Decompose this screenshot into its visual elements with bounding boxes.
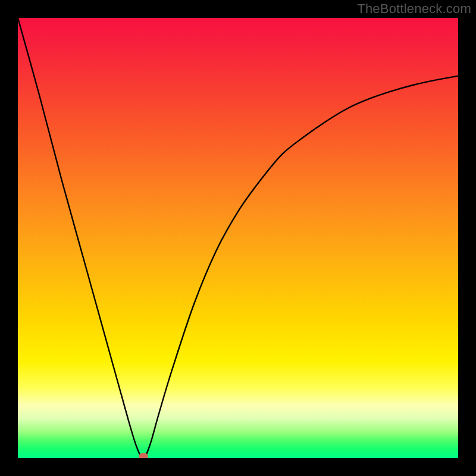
bottleneck-curve (18, 18, 458, 458)
plot-area (18, 18, 458, 458)
watermark-text: TheBottleneck.com (357, 1, 471, 17)
chart-frame: TheBottleneck.com (0, 0, 476, 476)
minimum-point-marker (139, 453, 148, 458)
